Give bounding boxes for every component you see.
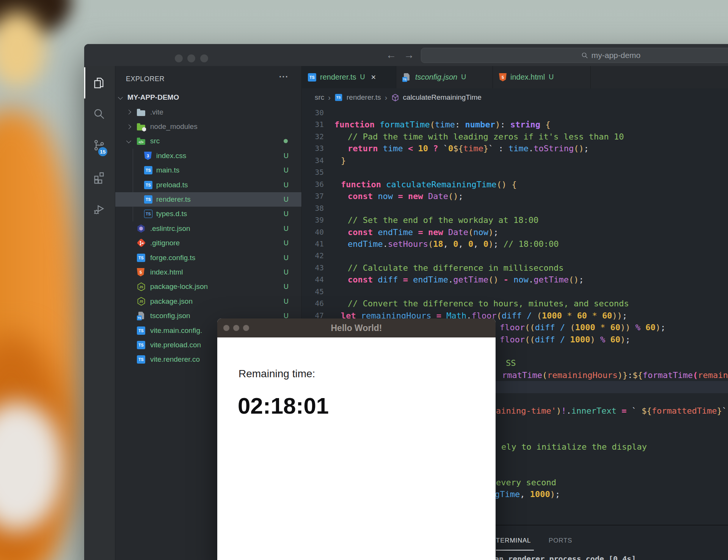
- line-number: 31: [304, 119, 324, 130]
- line-number: 45: [304, 286, 324, 298]
- tree-item-index-css[interactable]: 3index.cssU: [115, 149, 301, 163]
- chevron-right-icon[interactable]: [126, 124, 131, 129]
- tab-index-html[interactable]: 5index.htmlU: [493, 66, 591, 88]
- line-number: 42: [304, 250, 324, 262]
- tree-item-label: tsconfig.json: [150, 312, 190, 320]
- code-line-39: // Set the end of the workday at 18:00: [348, 214, 538, 226]
- tree-item-label: package-lock.json: [150, 282, 208, 291]
- tree-item-node-modules[interactable]: node_modules: [115, 119, 301, 134]
- ts-icon-wrap: TS: [144, 195, 152, 204]
- eslint-icon: [137, 224, 145, 233]
- line-number: 40: [304, 226, 324, 238]
- activity-run-debug-icon[interactable]: [92, 202, 107, 216]
- tree-item-label: MY-APP-DEMO: [127, 93, 179, 102]
- tree-item-index-html[interactable]: 5index.htmlU: [115, 265, 301, 279]
- git-icon: [137, 238, 146, 248]
- ts-icon-wrap: TS: [137, 355, 145, 364]
- ts-icon: TS: [137, 341, 145, 349]
- tree-item-src[interactable]: </>src: [115, 134, 301, 148]
- git-untracked-badge: U: [284, 283, 289, 291]
- code-line-partial: floor((diff / 1000) % 60);: [500, 334, 630, 345]
- symbol-icon: [391, 94, 399, 102]
- tree-item--gitignore[interactable]: .gitignoreU: [115, 236, 301, 250]
- tab-label: index.html: [510, 73, 545, 82]
- tree-item-label: preload.ts: [156, 181, 188, 189]
- tree-item--eslintrc-json[interactable]: .eslintrc.jsonU: [115, 221, 301, 236]
- folder-icon: [137, 110, 145, 116]
- breadcrumb-item[interactable]: calculateRemainingTime: [403, 93, 482, 102]
- ts-icon: TS: [335, 94, 342, 101]
- tree-item-label: .vite: [150, 108, 163, 116]
- line-number: 43: [304, 262, 324, 274]
- hello-world-window: Hello World! Remaining time: 02:18:01: [217, 318, 496, 560]
- code-line-34: }: [341, 155, 346, 166]
- git-untracked-badge: U: [284, 210, 289, 218]
- line-number: 36: [304, 179, 324, 190]
- popup-titlebar: Hello World!: [217, 318, 496, 338]
- tree-item-label: node_modules: [150, 122, 198, 131]
- tree-item-preload-ts[interactable]: TSpreload.tsU: [115, 177, 301, 192]
- chevron-down-icon[interactable]: [118, 95, 123, 100]
- tree-item-renderer-ts[interactable]: TSrenderer.tsU: [115, 192, 301, 207]
- code-line-37: const now = new Date();: [348, 190, 463, 202]
- activity-source-control-icon[interactable]: 15: [92, 138, 107, 153]
- tree-item-my-app-demo[interactable]: MY-APP-DEMO: [115, 90, 301, 105]
- symbol-icon-wrap: [391, 94, 399, 102]
- command-center-search[interactable]: my-app-demo: [421, 48, 728, 63]
- tab-label: tsconfig.json: [415, 73, 457, 82]
- tree-item-label: index.html: [150, 268, 183, 276]
- ts-icon-wrap: TS: [137, 326, 145, 335]
- line-number: 32: [304, 131, 324, 143]
- line-number: 41: [304, 238, 324, 250]
- close-window-button[interactable]: [175, 54, 183, 62]
- chevron-down-icon[interactable]: [126, 138, 131, 143]
- tsconfig-icon: TS: [137, 311, 146, 320]
- tab-dirty-badge: U: [360, 73, 365, 81]
- titlebar: ← → my-app-demo: [84, 44, 728, 66]
- ts-icon-wrap: TS: [144, 166, 152, 174]
- tab-renderer-ts[interactable]: TSrenderer.tsU×: [302, 66, 396, 88]
- tree-item-package-lock-json[interactable]: JSpackage-lock.jsonU: [115, 279, 301, 294]
- tree-item-label: vite.renderer.co: [150, 355, 200, 364]
- activity-extensions-icon[interactable]: [92, 171, 107, 185]
- back-arrow-icon[interactable]: ←: [386, 49, 396, 61]
- line-number: 37: [304, 190, 324, 202]
- more-actions-icon[interactable]: ···: [279, 72, 289, 82]
- close-tab-icon[interactable]: ×: [371, 72, 376, 82]
- breadcrumb-separator-icon: ›: [328, 93, 331, 102]
- npm-icon: JS: [137, 282, 146, 291]
- tsconfig-icon: TS: [402, 73, 411, 82]
- tab-tsconfig-json[interactable]: TStsconfig.jsonU: [396, 66, 493, 88]
- active-view-indicator: [84, 67, 85, 99]
- activity-explorer-icon[interactable]: [92, 76, 107, 90]
- tree-item-package-json[interactable]: JSpackage.jsonU: [115, 294, 301, 309]
- search-text: my-app-demo: [592, 51, 641, 60]
- code-line-41: endTime.setHours(18, 0, 0, 0); // 18:00:…: [348, 238, 559, 250]
- breadcrumb[interactable]: src›TSrenderer.ts›calculateRemainingTime: [302, 88, 728, 107]
- forward-arrow-icon[interactable]: →: [404, 49, 414, 61]
- ts-icon-wrap: TS: [137, 341, 145, 349]
- folder-node-icon-wrap: [137, 123, 145, 130]
- git-untracked-badge: U: [284, 152, 289, 160]
- chevron-right-icon[interactable]: [126, 110, 131, 115]
- terminal-tab-ports[interactable]: PORTS: [549, 537, 572, 544]
- activity-search-icon[interactable]: [92, 107, 107, 121]
- active-terminal-tab-underline: [496, 550, 534, 551]
- tree-item-forge-config-ts[interactable]: TSforge.config.tsU: [115, 250, 301, 265]
- code-line-partial: SS: [506, 357, 516, 369]
- breadcrumb-item[interactable]: renderer.ts: [347, 93, 381, 102]
- tree-item-main-ts[interactable]: TSmain.tsU: [115, 163, 301, 177]
- terminal-tab-terminal[interactable]: TERMINAL: [496, 537, 531, 544]
- tree-item--vite[interactable]: .vite: [115, 105, 301, 119]
- maximize-window-button[interactable]: [200, 54, 208, 62]
- ts-icon: TS: [144, 181, 152, 189]
- line-number: 46: [304, 298, 324, 309]
- tree-item-label: .gitignore: [150, 239, 180, 247]
- ts-icon: TS: [137, 355, 145, 364]
- line-number: 34: [304, 155, 324, 166]
- git-untracked-badge: U: [284, 166, 289, 174]
- tree-item-types-d-ts[interactable]: TStypes.d.tsU: [115, 207, 301, 221]
- git-untracked-badge: U: [284, 224, 289, 232]
- minimize-window-button[interactable]: [187, 54, 195, 62]
- breadcrumb-item[interactable]: src: [315, 93, 324, 102]
